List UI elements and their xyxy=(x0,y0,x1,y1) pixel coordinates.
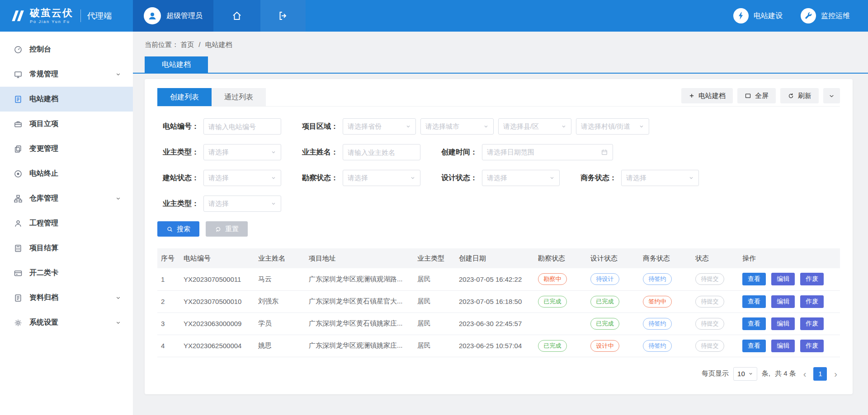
tab-passed-list[interactable]: 通过列表 xyxy=(212,88,266,106)
cell-date: 2023-06-25 10:57:04 xyxy=(455,335,534,357)
next-page-button[interactable]: › xyxy=(831,369,840,378)
design-status-select[interactable]: 请选择 xyxy=(482,170,560,186)
toolbar: 创建列表 通过列表 电站建档 全屏 刷新 xyxy=(157,88,840,107)
view-button[interactable]: 查看 xyxy=(742,295,766,308)
cell-actions: 查看 编辑 作废 xyxy=(739,290,840,312)
business-status-badge: 待签约 xyxy=(643,340,672,352)
date-range-input[interactable]: 请选择日期范围 xyxy=(482,144,613,160)
refresh-icon xyxy=(788,93,794,99)
sidebar-item-label: 项目立项 xyxy=(29,119,58,129)
sidebar-item-project-initiation[interactable]: 项目立项 xyxy=(0,112,133,136)
filter-build-status: 建站状态： 请选择 xyxy=(157,170,281,186)
business-status-select[interactable]: 请选择 xyxy=(621,170,699,186)
calendar-icon xyxy=(601,149,608,156)
tab-create-list[interactable]: 创建列表 xyxy=(157,88,212,106)
sidebar-item-change-mgmt[interactable]: 变更管理 xyxy=(0,136,133,161)
refresh-button[interactable]: 刷新 xyxy=(780,88,819,103)
cell-date: 2023-07-05 16:18:50 xyxy=(455,290,534,312)
reset-button[interactable]: 重置 xyxy=(206,221,248,237)
chevron-down-icon xyxy=(271,201,276,206)
col-status: 状态 xyxy=(692,248,739,268)
header-nav: 电站建设 监控运维 xyxy=(733,0,868,32)
sidebar-item-card-issue[interactable]: 开二类卡 xyxy=(0,261,133,285)
void-button[interactable]: 作废 xyxy=(800,273,824,285)
owner-type-select[interactable]: 请选择 xyxy=(203,144,281,160)
chevron-down-icon xyxy=(639,124,644,129)
filter-row-3: 建站状态： 请选择 勘察状态： 请选择 设计状态： 请 xyxy=(157,170,840,186)
reset-label: 重置 xyxy=(225,225,239,233)
nav-monitor-ops[interactable]: 监控运维 xyxy=(801,8,850,23)
survey-status-badge: 已完成 xyxy=(538,296,567,308)
station-code-input[interactable] xyxy=(203,118,281,135)
void-button[interactable]: 作废 xyxy=(800,317,824,330)
dashboard-icon xyxy=(14,45,23,54)
province-select[interactable]: 请选择省份 xyxy=(343,118,416,135)
survey-status-select[interactable]: 请选择 xyxy=(343,170,420,186)
add-station-button[interactable]: 电站建档 xyxy=(681,88,733,103)
breadcrumb-prefix: 当前位置： xyxy=(145,41,179,48)
void-button[interactable]: 作废 xyxy=(800,340,824,352)
cell-date: 2023-06-30 22:45:57 xyxy=(455,312,534,335)
toolbar-actions: 电站建档 全屏 刷新 xyxy=(681,88,840,106)
page-number[interactable]: 1 xyxy=(813,367,827,381)
sidebar-item-system-settings[interactable]: 系统设置 xyxy=(0,310,133,335)
nav-station-build[interactable]: 电站建设 xyxy=(733,8,783,23)
sidebar-item-label: 项目结算 xyxy=(29,243,58,253)
fullscreen-button[interactable]: 全屏 xyxy=(737,88,776,103)
owner-type-2-select[interactable]: 请选择 xyxy=(203,196,281,212)
view-button[interactable]: 查看 xyxy=(742,273,766,285)
sidebar: 控制台 常规管理 电站建档 项目立项 变更管理 电站终止 xyxy=(0,32,133,415)
sidebar-item-dashboard[interactable]: 控制台 xyxy=(0,37,133,62)
filter-row-4: 业主类型： 请选择 xyxy=(157,196,840,212)
search-button[interactable]: 搜索 xyxy=(157,221,199,237)
col-code: 电站编号 xyxy=(180,248,255,268)
town-placeholder: 请选择村镇/街道 xyxy=(581,122,630,131)
page-tab-station-archive[interactable]: 电站建档 xyxy=(145,56,208,73)
owner-name-input[interactable] xyxy=(343,144,420,160)
breadcrumb-home[interactable]: 首页 xyxy=(180,41,194,48)
town-select[interactable]: 请选择村镇/街道 xyxy=(576,118,649,135)
lightning-icon xyxy=(733,8,749,23)
top-header: 破茧云伏 Po Jian Yun Fu 代理端 超级管理员 xyxy=(0,0,868,32)
edit-button[interactable]: 编辑 xyxy=(771,317,795,330)
filter-row-2: 业主类型： 请选择 业主姓名： 创建时间： 请选择日期范围 xyxy=(157,144,840,160)
design-status-badge: 已完成 xyxy=(590,318,619,330)
logout-button[interactable] xyxy=(260,0,306,32)
city-select[interactable]: 请选择城市 xyxy=(420,118,494,135)
sidebar-item-data-archive[interactable]: 资料归档 xyxy=(0,285,133,310)
sidebar-item-project-settlement[interactable]: 项目结算 xyxy=(0,236,133,261)
edit-button[interactable]: 编辑 xyxy=(771,340,795,352)
design-status-label: 设计状态： xyxy=(436,173,477,183)
prev-page-button[interactable]: ‹ xyxy=(801,369,809,378)
chevron-down-icon xyxy=(271,175,276,181)
build-status-select[interactable]: 请选择 xyxy=(203,170,281,186)
cell-code: YX2023070500010 xyxy=(180,290,255,312)
cell-actions: 查看 编辑 作废 xyxy=(739,335,840,357)
content-card: 创建列表 通过列表 电站建档 全屏 刷新 xyxy=(145,79,853,394)
void-button[interactable]: 作废 xyxy=(800,295,824,308)
chevron-down-icon xyxy=(483,124,489,129)
table-row: 2 YX2023070500010 刘强东 广东深圳龙华区黄石镇星官大... 居… xyxy=(157,290,840,312)
edit-button[interactable]: 编辑 xyxy=(771,295,795,308)
sidebar-item-general-mgmt[interactable]: 常规管理 xyxy=(0,62,133,87)
sidebar-item-station-archive[interactable]: 电站建档 xyxy=(0,87,133,112)
sidebar-item-warehouse-mgmt[interactable]: 仓库管理 xyxy=(0,186,133,211)
per-page-select[interactable]: 10 xyxy=(733,367,757,381)
home-button[interactable] xyxy=(213,0,260,32)
cell-owner: 学员 xyxy=(255,312,305,335)
collapse-button[interactable] xyxy=(823,88,840,103)
city-placeholder: 请选择城市 xyxy=(425,122,459,131)
county-select[interactable]: 请选择县/区 xyxy=(498,118,571,135)
cell-code: YX2023070500011 xyxy=(180,268,255,290)
logo-icon xyxy=(10,9,25,23)
filter-panel: 电站编号： 项目区域： 请选择省份 请选择城市 请选择县/区 xyxy=(157,118,840,237)
province-placeholder: 请选择省份 xyxy=(348,122,382,131)
view-button[interactable]: 查看 xyxy=(742,340,766,352)
sidebar-item-label: 系统设置 xyxy=(29,318,58,327)
edit-button[interactable]: 编辑 xyxy=(771,273,795,285)
sidebar-item-engineering-mgmt[interactable]: 工程管理 xyxy=(0,211,133,236)
sidebar-item-station-termination[interactable]: 电站终止 xyxy=(0,161,133,186)
view-button[interactable]: 查看 xyxy=(742,317,766,330)
fullscreen-label: 全屏 xyxy=(755,92,769,100)
user-menu[interactable]: 超级管理员 xyxy=(133,0,213,32)
